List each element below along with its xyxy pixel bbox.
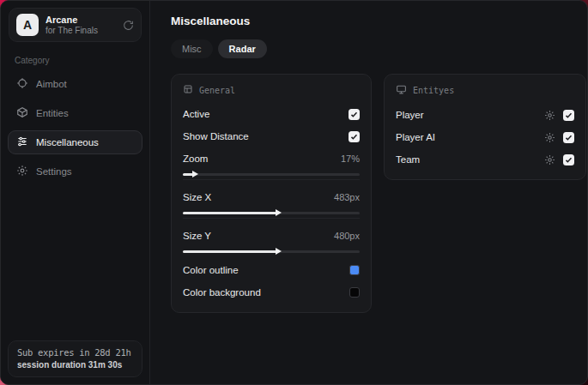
slider-group-size-y: Size Y 480px	[183, 226, 360, 253]
monitor-icon	[396, 84, 407, 97]
app-subtitle: for The Finals	[45, 26, 116, 36]
page-title: Miscellaneous	[171, 15, 586, 27]
entities-panel: Entityes Player	[384, 74, 586, 180]
toggle-row-show-distance: Show Distance	[183, 127, 360, 146]
slider-label: Zoom	[183, 153, 208, 164]
tab-radar[interactable]: Radar	[218, 39, 267, 58]
entities-panel-title: Entityes	[413, 86, 454, 95]
app-window: A Arcane for The Finals Category	[0, 0, 588, 385]
slider-thumb[interactable]	[276, 209, 282, 216]
sidebar-item-label: Aimbot	[36, 79, 67, 89]
color-outline-swatch[interactable]	[349, 265, 360, 275]
slider-group-zoom: Zoom 17%	[183, 149, 360, 180]
sidebar-item-aimbot[interactable]: Aimbot	[8, 72, 142, 96]
slider-label: Size X	[183, 192, 211, 202]
slider-group-size-x: Size X 483px	[183, 188, 360, 219]
color-label: Color outline	[183, 265, 239, 275]
size-x-slider[interactable]	[183, 212, 360, 214]
player-ai-checkbox[interactable]	[563, 132, 574, 143]
sidebar-item-settings[interactable]: Settings	[8, 159, 142, 183]
gear-icon[interactable]	[544, 154, 555, 165]
slider-thumb[interactable]	[192, 171, 198, 177]
sidebar-nav: Aimbot Entities	[1, 70, 149, 185]
cube-icon	[16, 106, 28, 120]
size-y-slider[interactable]	[183, 250, 360, 253]
team-checkbox[interactable]	[563, 154, 574, 165]
gear-icon[interactable]	[544, 110, 555, 121]
check-icon	[565, 111, 573, 119]
toggle-label: Show Distance	[183, 131, 249, 141]
slider-thumb[interactable]	[276, 248, 282, 255]
crosshair-icon	[16, 77, 28, 91]
slider-value: 483px	[334, 192, 360, 202]
zoom-slider[interactable]	[183, 173, 360, 176]
check-icon	[350, 111, 358, 118]
toggle-label: Active	[183, 109, 209, 119]
entity-label: Player	[396, 110, 424, 120]
general-panel: General Active Show Distance Z	[171, 74, 372, 313]
entity-row-player-ai: Player AI	[396, 128, 574, 147]
sidebar-item-entities[interactable]: Entities	[8, 101, 142, 125]
general-panel-title: General	[199, 86, 235, 95]
sidebar-item-label: Entities	[36, 108, 69, 118]
profile-card: A Arcane for The Finals	[9, 8, 142, 42]
sidebar-item-label: Settings	[36, 166, 72, 177]
gear-icon[interactable]	[544, 132, 555, 143]
gear-icon	[16, 165, 28, 178]
entity-label: Player AI	[396, 132, 435, 142]
session-duration-text: session duration 31m 30s	[17, 360, 133, 370]
main-content: Miscellaneous Misc Radar General	[150, 1, 588, 384]
active-checkbox[interactable]	[349, 109, 360, 120]
slider-label: Size Y	[183, 231, 211, 241]
color-background-swatch[interactable]	[349, 287, 360, 298]
show-distance-checkbox[interactable]	[349, 131, 360, 142]
check-icon	[350, 133, 358, 141]
check-icon	[565, 156, 573, 164]
app-name: Arcane	[45, 15, 116, 26]
app-logo: A	[16, 14, 39, 36]
slider-value: 17%	[341, 153, 360, 164]
category-label: Category	[15, 56, 136, 65]
tab-bar: Misc Radar	[171, 39, 586, 58]
check-icon	[565, 134, 573, 141]
entity-row-player: Player	[396, 105, 574, 124]
player-checkbox[interactable]	[563, 110, 574, 121]
color-row-outline: Color outline	[183, 261, 360, 280]
refresh-icon[interactable]	[123, 20, 134, 31]
color-row-background: Color background	[183, 283, 360, 302]
sub-expires-text: Sub expires in 28d 21h	[17, 347, 133, 358]
entity-row-team: Team	[396, 150, 574, 169]
sliders-icon	[16, 135, 28, 149]
tab-misc[interactable]: Misc	[171, 39, 213, 58]
sidebar: A Arcane for The Finals Category	[1, 1, 150, 384]
sidebar-item-label: Miscellaneous	[36, 137, 99, 147]
entity-label: Team	[396, 154, 420, 165]
color-label: Color background	[183, 287, 261, 298]
toggle-row-active: Active	[183, 105, 360, 123]
sidebar-item-miscellaneous[interactable]: Miscellaneous	[8, 130, 142, 154]
subscription-status-card: Sub expires in 28d 21h session duration …	[8, 340, 142, 377]
slider-value: 480px	[334, 231, 360, 241]
layout-icon	[183, 84, 193, 96]
